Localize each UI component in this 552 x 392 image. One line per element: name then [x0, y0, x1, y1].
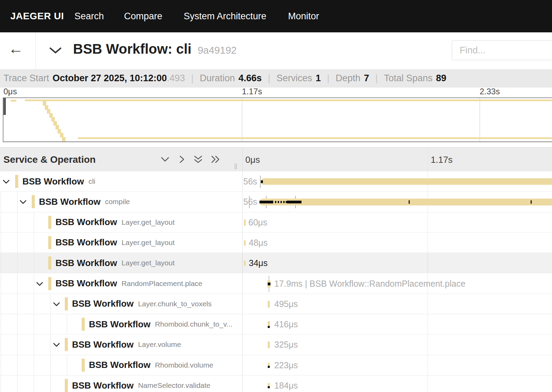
indent-guide	[67, 314, 67, 334]
operation-name: RandomPlacement.place	[122, 279, 203, 288]
span-duration-label: 223μs	[274, 355, 298, 375]
span-row[interactable]: BSB WorkflowLayer.volume325μs	[0, 335, 552, 355]
operation-name: Layer.volume	[138, 340, 181, 349]
span-name: BSB WorkflowRhomboid.volume	[89, 355, 213, 375]
indent-guide	[34, 294, 34, 314]
child-span-overlay	[259, 201, 273, 203]
span-duration-label: 325μs	[274, 335, 298, 354]
service-color-stripe	[32, 195, 35, 208]
span-bar[interactable]	[268, 301, 270, 308]
span-bar[interactable]	[259, 199, 552, 205]
indent-guide	[17, 335, 18, 354]
minimap-span-bar	[10, 100, 17, 102]
row-collapse-chevron-icon[interactable]	[3, 179, 10, 186]
span-name: BSB WorkflowLayer.get_layout	[55, 212, 175, 232]
service-color-stripe	[15, 175, 18, 188]
span-row[interactable]: BSB WorkflowRandomPlacement.place17.9ms …	[0, 274, 552, 294]
span-bar[interactable]	[268, 341, 270, 348]
span-name: BSB WorkflowLayer.chunk_to_voxels	[72, 294, 212, 314]
indent-guide	[1, 314, 1, 334]
span-row[interactable]: BSB WorkflowNameSelector.validate184μs	[0, 375, 552, 392]
collapse-all-icon[interactable]	[193, 155, 203, 166]
trace-timeline-minimap[interactable]	[3, 97, 552, 142]
row-collapse-chevron-icon[interactable]	[36, 282, 43, 288]
jaeger-logo[interactable]: JAEGER UI	[10, 0, 64, 32]
indent-guide	[34, 274, 34, 294]
find-input[interactable]	[452, 40, 552, 60]
span-row[interactable]: BSB WorkflowLayer.get_layout34μs	[0, 253, 552, 273]
nav-item-search[interactable]: Search	[74, 0, 104, 32]
jaeger-trace-page: JAEGER UI SearchCompareSystem Architectu…	[0, 0, 552, 392]
span-duration-label: 184μs	[274, 375, 298, 392]
service-name: BSB Workflow	[72, 298, 134, 309]
indent-guide	[17, 192, 18, 212]
service-color-stripe	[65, 379, 68, 392]
nav-item-monitor[interactable]: Monitor	[288, 0, 319, 32]
meta-value: October 27 2025, 10:12:00.493	[53, 73, 185, 84]
minimap-span-bar	[25, 99, 552, 101]
meta-value: 4.66s	[238, 73, 262, 84]
child-span-overlay-dash	[283, 201, 285, 203]
indent-guide	[17, 253, 18, 273]
indent-guide	[34, 375, 34, 392]
collapse-one-icon[interactable]	[160, 155, 170, 165]
minimap-scrubber-handle[interactable]	[3, 98, 6, 115]
self-time-marker	[268, 386, 270, 388]
nav-item-system-architecture[interactable]: System Architecture	[184, 0, 266, 32]
span-row[interactable]: BSB Workflowcli56s	[0, 171, 552, 192]
indent-guide	[50, 314, 51, 334]
span-bar[interactable]	[261, 178, 552, 185]
expand-all-icon[interactable]	[210, 155, 221, 165]
back-button[interactable]: ←	[0, 32, 36, 69]
service-operation-header: Service & Operation	[3, 148, 96, 172]
meta-value: 7	[364, 73, 369, 84]
span-duration-label: 495μs	[274, 294, 298, 314]
trace-name: BSB Workflow: cli	[73, 41, 192, 56]
indent-guide	[1, 294, 1, 314]
meta-separator: |	[268, 73, 270, 84]
service-color-stripe	[82, 318, 85, 331]
span-row[interactable]: BSB Workflowcompile56s	[0, 192, 552, 212]
span-duration-label: 17.9ms | BSB Workflow::RandomPlacement.p…	[274, 274, 466, 294]
row-collapse-chevron-icon[interactable]	[53, 302, 60, 308]
timeline-tick-label: 1.17s	[431, 148, 453, 172]
span-name: BSB WorkflowRandomPlacement.place	[55, 274, 202, 294]
span-row[interactable]: BSB WorkflowRhomboid.chunk_to_v...416μs	[0, 314, 552, 335]
nav-item-compare[interactable]: Compare	[124, 0, 162, 32]
collapse-trace-detail-chevron-icon[interactable]	[49, 47, 62, 56]
span-bar[interactable]	[244, 261, 246, 266]
span-name: BSB WorkflowRhomboid.chunk_to_v...	[89, 314, 233, 334]
span-bar[interactable]	[244, 240, 246, 246]
service-name: BSB Workflow	[55, 237, 117, 248]
page-title: BSB Workflow: cli9a49192	[73, 41, 237, 57]
indent-guide	[1, 375, 1, 392]
span-name: BSB Workflowcli	[22, 171, 95, 191]
top-navbar: JAEGER UI SearchCompareSystem Architectu…	[0, 0, 552, 32]
column-resize-handle[interactable]	[235, 163, 237, 169]
service-color-stripe	[65, 297, 68, 310]
span-row[interactable]: BSB WorkflowRhomboid.volume223μs	[0, 355, 552, 375]
span-duration-label: 56s	[243, 192, 257, 212]
operation-name: Layer.get_layout	[122, 218, 175, 226]
span-row[interactable]: BSB WorkflowLayer.get_layout60μs	[0, 212, 552, 233]
service-color-stripe	[48, 277, 51, 290]
indent-guide	[1, 335, 1, 354]
indent-guide	[50, 335, 51, 354]
service-color-stripe	[48, 216, 51, 229]
span-duration-label: 416μs	[274, 314, 298, 334]
indent-guide	[34, 253, 34, 273]
row-collapse-chevron-icon[interactable]	[20, 200, 27, 206]
meta-separator: |	[327, 73, 329, 84]
indent-guide	[17, 314, 18, 334]
indent-guide	[17, 375, 18, 392]
span-row[interactable]: BSB WorkflowLayer.chunk_to_voxels495μs	[0, 294, 552, 314]
minimap-gridline	[242, 98, 242, 141]
row-collapse-chevron-icon[interactable]	[53, 342, 60, 349]
span-row[interactable]: BSB WorkflowLayer.get_layout48μs	[0, 233, 552, 253]
span-bar[interactable]	[244, 219, 246, 226]
minimap-span-bar	[78, 137, 552, 139]
span-rows: BSB Workflowcli56sBSB Workflowcompile56s…	[0, 171, 552, 392]
indent-guide	[34, 335, 34, 354]
expand-one-icon[interactable]	[177, 155, 186, 165]
span-duration-label: 60μs	[248, 212, 267, 232]
